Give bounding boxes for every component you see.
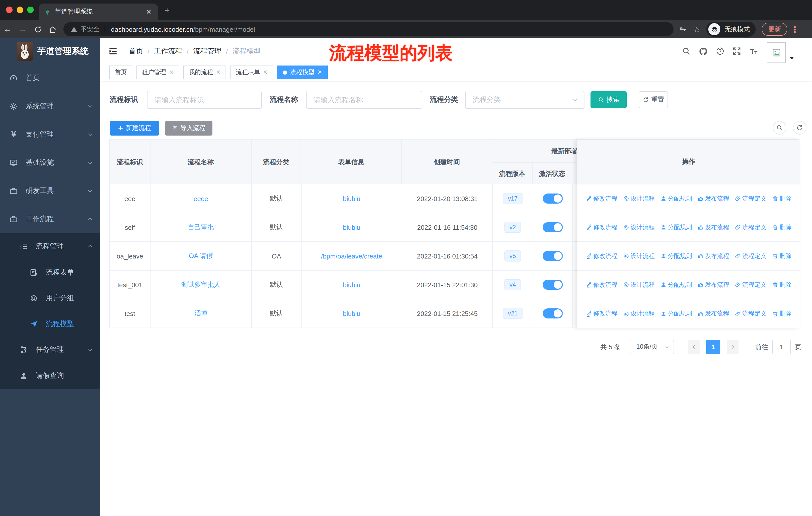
deploy-process-link[interactable]: 发布流程 — [697, 194, 729, 203]
deploy-process-link[interactable]: 发布流程 — [697, 280, 729, 289]
delete-link[interactable]: 删除 — [772, 194, 792, 203]
filter-name-input[interactable] — [306, 91, 423, 109]
breadcrumb-workflow[interactable]: 工作流程 — [154, 47, 182, 56]
page-number-1[interactable]: 1 — [706, 340, 720, 354]
sidebar-item-infra[interactable]: 基础设施 — [0, 148, 100, 177]
edit-process-link[interactable]: 修改流程 — [586, 194, 617, 203]
delete-link[interactable]: 删除 — [772, 252, 792, 260]
active-toggle[interactable] — [543, 280, 563, 290]
sidebar-item-leave-query[interactable]: 请假查询 — [0, 363, 100, 389]
design-process-link[interactable]: 设计流程 — [623, 309, 655, 318]
update-button[interactable]: 更新 — [762, 23, 788, 36]
password-key-icon[interactable] — [678, 25, 687, 33]
edit-process-link[interactable]: 修改流程 — [586, 309, 617, 318]
design-process-link[interactable]: 设计流程 — [623, 194, 655, 203]
sidebar-item-system[interactable]: 系统管理 — [0, 92, 100, 120]
design-process-link[interactable]: 设计流程 — [623, 223, 655, 232]
active-toggle[interactable] — [543, 193, 563, 203]
browser-tab[interactable]: 芋道管理系统 ✕ — [39, 3, 158, 20]
new-tab-button[interactable]: + — [165, 6, 170, 15]
tag-process-form[interactable]: 流程表单✕ — [230, 65, 273, 79]
tag-process-model[interactable]: 流程模型✕ — [277, 65, 327, 79]
process-name-link[interactable]: eeee — [194, 195, 208, 202]
form-link[interactable]: biubiu — [343, 310, 360, 317]
filter-category-select[interactable]: 流程分类 — [465, 91, 584, 109]
toggle-search-button[interactable] — [773, 121, 786, 135]
deploy-process-link[interactable]: 发布流程 — [697, 223, 729, 232]
home-icon[interactable] — [45, 25, 60, 34]
close-icon[interactable]: ✕ — [263, 69, 267, 76]
sidebar-item-task-mgmt[interactable]: 任务管理 — [0, 336, 100, 363]
prev-page-button[interactable] — [688, 340, 700, 354]
delete-link[interactable]: 删除 — [772, 280, 792, 289]
form-link[interactable]: biubiu — [343, 223, 360, 231]
process-name-link[interactable]: 自己审批 — [188, 223, 214, 232]
process-definition-link[interactable]: 流程定义 — [735, 252, 766, 260]
process-name-link[interactable]: 滔博 — [194, 309, 207, 318]
assign-rule-link[interactable]: 分配规则 — [660, 280, 692, 289]
assign-rule-link[interactable]: 分配规则 — [660, 223, 692, 232]
sidebar-item-process-model[interactable]: 流程模型 — [0, 311, 100, 336]
active-toggle[interactable] — [543, 251, 563, 261]
tab-close-icon[interactable]: ✕ — [144, 8, 153, 16]
filter-key-input[interactable] — [147, 91, 262, 109]
process-name-link[interactable]: 测试多审批人 — [181, 280, 221, 289]
back-icon[interactable]: ← — [0, 25, 15, 34]
sidebar-item-devtools[interactable]: 研发工具 — [0, 177, 100, 205]
edit-process-link[interactable]: 修改流程 — [586, 280, 617, 289]
sidebar-logo[interactable]: 芋道管理系统 — [0, 38, 100, 64]
assign-rule-link[interactable]: 分配规则 — [660, 309, 692, 318]
import-process-button[interactable]: 导入流程 — [165, 121, 212, 136]
process-name-link[interactable]: OA 请假 — [189, 251, 213, 261]
sidebar-item-user-group[interactable]: 用户分组 — [0, 285, 100, 311]
help-icon[interactable] — [716, 47, 724, 55]
deploy-process-link[interactable]: 发布流程 — [697, 252, 729, 260]
browser-menu-icon[interactable]: ••• — [794, 25, 796, 33]
design-process-link[interactable]: 设计流程 — [623, 252, 655, 260]
refresh-table-button[interactable] — [793, 121, 807, 135]
active-toggle[interactable] — [543, 308, 563, 319]
github-icon[interactable] — [699, 47, 708, 56]
close-icon[interactable]: ✕ — [169, 69, 174, 76]
next-page-button[interactable] — [727, 340, 738, 354]
search-button[interactable]: 搜索 — [590, 91, 627, 108]
sidebar-item-payment[interactable]: ¥ 支付管理 — [0, 120, 100, 148]
design-process-link[interactable]: 设计流程 — [623, 280, 655, 289]
page-size-select[interactable]: 10条/页 — [630, 340, 674, 354]
reload-icon[interactable] — [30, 25, 45, 34]
deploy-process-link[interactable]: 发布流程 — [697, 309, 729, 318]
avatar-dropdown-caret[interactable] — [790, 57, 794, 59]
form-link[interactable]: biubiu — [343, 281, 360, 289]
assign-rule-link[interactable]: 分配规则 — [660, 194, 692, 203]
tag-home[interactable]: 首页 — [109, 65, 133, 79]
sidebar-item-home[interactable]: 首页 — [0, 64, 100, 92]
fullscreen-icon[interactable] — [732, 47, 741, 55]
reset-button[interactable]: 重置 — [639, 91, 668, 108]
minimize-window-button[interactable] — [17, 6, 23, 13]
font-size-icon[interactable] — [749, 47, 759, 55]
process-definition-link[interactable]: 流程定义 — [735, 194, 766, 203]
goto-page-input[interactable] — [772, 340, 791, 354]
breadcrumb-home[interactable]: 首页 — [129, 47, 143, 56]
collapse-sidebar-icon[interactable] — [108, 46, 118, 56]
url-bar[interactable]: 不安全 dashboard.yudao.iocoder.cn/bpm/manag… — [63, 22, 673, 36]
close-window-button[interactable] — [6, 6, 12, 13]
create-process-button[interactable]: 新建流程 — [110, 121, 159, 136]
sidebar-item-workflow[interactable]: 工作流程 — [0, 205, 100, 233]
form-link[interactable]: biubiu — [343, 195, 360, 202]
security-label[interactable]: 不安全 — [81, 25, 99, 33]
close-icon[interactable]: ✕ — [216, 69, 221, 76]
delete-link[interactable]: 删除 — [772, 223, 792, 232]
tag-tenant[interactable]: 租户管理✕ — [137, 65, 179, 79]
active-toggle[interactable] — [543, 222, 563, 232]
process-definition-link[interactable]: 流程定义 — [735, 280, 766, 289]
sidebar-item-process-form[interactable]: 流程表单 — [0, 260, 100, 285]
sidebar-item-process-mgmt[interactable]: 流程管理 — [0, 233, 100, 260]
edit-process-link[interactable]: 修改流程 — [586, 223, 617, 232]
delete-link[interactable]: 删除 — [772, 309, 792, 318]
bookmark-star-icon[interactable]: ☆ — [693, 24, 700, 34]
edit-process-link[interactable]: 修改流程 — [586, 252, 617, 260]
breadcrumb-process-mgmt[interactable]: 流程管理 — [193, 47, 222, 56]
process-definition-link[interactable]: 流程定义 — [735, 223, 766, 232]
user-avatar[interactable] — [767, 42, 786, 63]
